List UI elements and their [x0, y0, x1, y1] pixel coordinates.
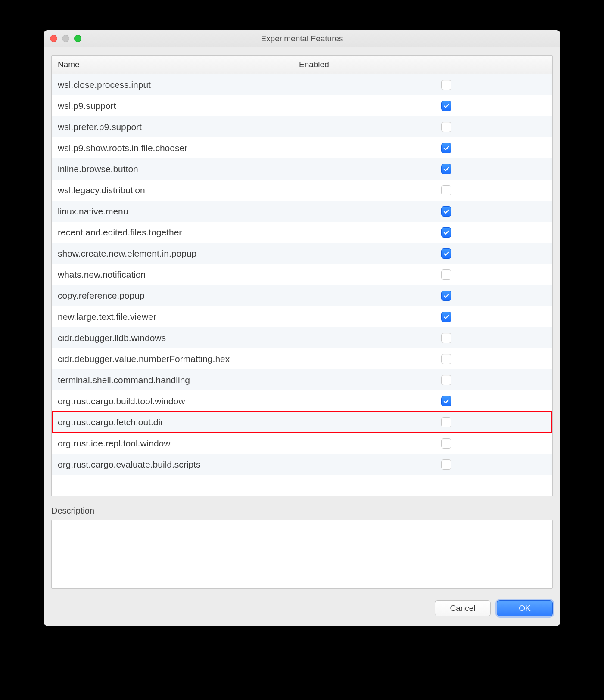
zoom-icon[interactable] — [74, 35, 81, 42]
description-box — [51, 520, 553, 589]
dialog-footer: Cancel OK — [51, 600, 553, 616]
enabled-cell — [417, 291, 546, 301]
enabled-cell — [417, 80, 546, 90]
enabled-cell — [417, 333, 546, 343]
table-row[interactable]: wsl.legacy.distribution — [52, 180, 552, 201]
feature-name: terminal.shell.command.handling — [58, 375, 417, 385]
feature-name: inline.browse.button — [58, 164, 417, 174]
enabled-checkbox[interactable] — [441, 101, 451, 111]
enabled-checkbox[interactable] — [441, 206, 451, 217]
feature-name: whats.new.notification — [58, 269, 417, 280]
table-row — [52, 475, 552, 496]
enabled-checkbox[interactable] — [441, 459, 451, 470]
enabled-checkbox[interactable] — [441, 227, 451, 238]
enabled-checkbox[interactable] — [441, 396, 451, 406]
enabled-cell — [417, 269, 546, 280]
enabled-cell — [417, 438, 546, 449]
titlebar: Experimental Features — [44, 30, 560, 47]
enabled-checkbox[interactable] — [441, 417, 451, 427]
enabled-checkbox[interactable] — [441, 122, 451, 132]
table-row[interactable]: wsl.prefer.p9.support — [52, 116, 552, 137]
enabled-cell — [417, 248, 546, 259]
enabled-cell — [417, 122, 546, 132]
enabled-cell — [417, 459, 546, 470]
enabled-checkbox[interactable] — [441, 164, 451, 174]
enabled-checkbox[interactable] — [441, 80, 451, 90]
table-header: Name Enabled — [52, 56, 552, 74]
feature-name: wsl.p9.show.roots.in.file.chooser — [58, 143, 417, 153]
table-row[interactable]: wsl.p9.show.roots.in.file.chooser — [52, 137, 552, 158]
feature-name: cidr.debugger.lldb.windows — [58, 333, 417, 343]
enabled-cell — [417, 101, 546, 111]
enabled-cell — [417, 417, 546, 427]
enabled-cell — [417, 143, 546, 153]
table-row[interactable]: linux.native.menu — [52, 201, 552, 222]
table-row[interactable]: wsl.p9.support — [52, 95, 552, 116]
enabled-checkbox[interactable] — [441, 333, 451, 343]
enabled-cell — [417, 227, 546, 238]
feature-name: linux.native.menu — [58, 206, 417, 217]
table-row[interactable]: show.create.new.element.in.popup — [52, 243, 552, 264]
enabled-cell — [417, 312, 546, 322]
feature-name: org.rust.ide.repl.tool.window — [58, 438, 417, 449]
cancel-button[interactable]: Cancel — [435, 600, 491, 616]
enabled-checkbox[interactable] — [441, 438, 451, 449]
enabled-cell — [417, 206, 546, 217]
window-title: Experimental Features — [44, 34, 560, 43]
close-icon[interactable] — [50, 35, 57, 42]
enabled-checkbox[interactable] — [441, 185, 451, 195]
enabled-cell — [417, 185, 546, 195]
table-row[interactable]: org.rust.cargo.build.tool.window — [52, 390, 552, 412]
table-row[interactable]: new.large.text.file.viewer — [52, 306, 552, 327]
enabled-cell — [417, 354, 546, 364]
table-row[interactable]: org.rust.ide.repl.tool.window — [52, 433, 552, 454]
experimental-features-dialog: Experimental Features Name Enabled wsl.c… — [44, 30, 560, 626]
table-row[interactable]: copy.reference.popup — [52, 285, 552, 306]
feature-name: recent.and.edited.files.together — [58, 227, 417, 238]
enabled-checkbox[interactable] — [441, 269, 451, 280]
enabled-checkbox[interactable] — [441, 143, 451, 153]
feature-name: cidr.debugger.value.numberFormatting.hex — [58, 354, 417, 364]
feature-name: org.rust.cargo.build.tool.window — [58, 396, 417, 406]
enabled-cell — [417, 396, 546, 406]
enabled-cell — [417, 164, 546, 174]
enabled-cell — [417, 375, 546, 385]
enabled-checkbox[interactable] — [441, 354, 451, 364]
minimize-icon — [62, 35, 69, 42]
table-row[interactable]: org.rust.cargo.evaluate.build.scripts — [52, 454, 552, 475]
feature-name: wsl.p9.support — [58, 101, 417, 111]
table-row[interactable]: inline.browse.button — [52, 158, 552, 180]
enabled-checkbox[interactable] — [441, 248, 451, 259]
table-row[interactable]: whats.new.notification — [52, 264, 552, 285]
table-row[interactable]: cidr.debugger.lldb.windows — [52, 327, 552, 348]
table-body: wsl.close.process.inputwsl.p9.supportwsl… — [52, 74, 552, 496]
enabled-checkbox[interactable] — [441, 312, 451, 322]
table-row[interactable]: recent.and.edited.files.together — [52, 222, 552, 243]
divider — [100, 511, 553, 511]
column-header-enabled[interactable]: Enabled — [293, 56, 552, 74]
feature-name: wsl.close.process.input — [58, 80, 417, 90]
table-row[interactable]: terminal.shell.command.handling — [52, 369, 552, 390]
ok-button[interactable]: OK — [497, 600, 553, 616]
description-label: Description — [51, 506, 94, 516]
window-controls — [44, 35, 81, 42]
table-row[interactable]: org.rust.cargo.fetch.out.dir — [52, 412, 552, 433]
enabled-checkbox[interactable] — [441, 375, 451, 385]
feature-name: copy.reference.popup — [58, 291, 417, 301]
dialog-content: Name Enabled wsl.close.process.inputwsl.… — [44, 47, 560, 626]
enabled-checkbox[interactable] — [441, 291, 451, 301]
feature-name: wsl.legacy.distribution — [58, 185, 417, 195]
feature-name: org.rust.cargo.fetch.out.dir — [58, 417, 417, 427]
table-row[interactable]: cidr.debugger.value.numberFormatting.hex — [52, 348, 552, 369]
table-row[interactable]: wsl.close.process.input — [52, 74, 552, 95]
feature-name: show.create.new.element.in.popup — [58, 248, 417, 259]
feature-name: wsl.prefer.p9.support — [58, 122, 417, 132]
feature-name: org.rust.cargo.evaluate.build.scripts — [58, 459, 417, 470]
description-section: Description — [51, 506, 553, 589]
features-table: Name Enabled wsl.close.process.inputwsl.… — [51, 55, 553, 496]
column-header-name[interactable]: Name — [52, 56, 293, 74]
feature-name: new.large.text.file.viewer — [58, 312, 417, 322]
